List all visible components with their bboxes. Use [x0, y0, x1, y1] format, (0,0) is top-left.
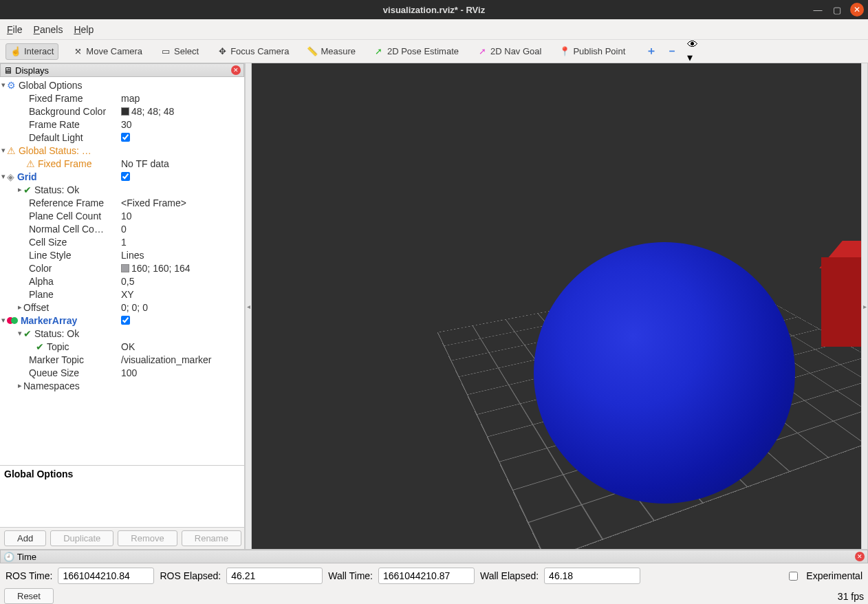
tree-global-options[interactable]: Global Options — [19, 80, 83, 91]
focus-icon: ✥ — [217, 46, 228, 57]
bg-color-swatch[interactable] — [121, 107, 129, 116]
tree-bg-color-value[interactable]: 48; 48; 48 — [131, 106, 174, 117]
maximize-icon[interactable]: ▢ — [831, 3, 843, 16]
tree-default-light[interactable]: Default Light — [29, 132, 83, 143]
tree-ma-queue[interactable]: Queue Size — [29, 367, 79, 378]
displays-tree[interactable]: ▾⚙ Global Options Fixed Framemap Backgro… — [0, 77, 244, 465]
tool-select[interactable]: ▭Select — [156, 44, 203, 59]
tree-status-fixed-frame-value: No TF data — [118, 158, 169, 169]
time-title: Time — [17, 552, 36, 562]
check-icon: ✔ — [23, 184, 32, 195]
tree-global-status[interactable]: Global Status: … — [19, 145, 91, 156]
tool-move-camera[interactable]: ⤧Move Camera — [68, 44, 147, 59]
tree-grid[interactable]: Grid — [17, 171, 37, 182]
warn-icon: ⚠ — [7, 145, 16, 156]
check-icon: ✔ — [23, 328, 32, 339]
tool-focus-camera[interactable]: ✥Focus Camera — [213, 44, 293, 59]
time-header[interactable]: 🕘 Time✕ — [0, 550, 868, 563]
close-icon[interactable]: ✕ — [850, 3, 864, 17]
tree-status-fixed-frame[interactable]: Fixed Frame — [38, 158, 92, 169]
3d-viewport[interactable] — [252, 63, 861, 549]
tree-grid-offset[interactable]: Offset — [23, 302, 49, 313]
rename-button[interactable]: Rename — [182, 530, 241, 546]
tree-grid-refframe-value[interactable]: <Fixed Frame> — [118, 197, 186, 208]
tree-grid-cellsize-value[interactable]: 1 — [118, 237, 127, 248]
pin-icon: 📍 — [559, 46, 570, 57]
tree-grid-plane-value[interactable]: XY — [118, 289, 134, 300]
ros-time-input[interactable] — [58, 568, 154, 584]
grid-color-swatch[interactable] — [121, 264, 129, 272]
collapse-left-icon[interactable]: ◂ — [245, 63, 252, 549]
tree-grid-planecells[interactable]: Plane Cell Count — [29, 211, 101, 222]
duplicate-button[interactable]: Duplicate — [50, 530, 113, 546]
menu-panels[interactable]: Panels — [34, 24, 63, 35]
default-light-checkbox[interactable] — [121, 133, 130, 142]
warn-icon: ⚠ — [26, 158, 35, 169]
minimize-icon[interactable]: — — [812, 3, 824, 16]
tree-grid-offset-value[interactable]: 0; 0; 0 — [118, 302, 148, 313]
tree-ma-markertopic[interactable]: Marker Topic — [29, 354, 84, 365]
tree-grid-alpha[interactable]: Alpha — [29, 276, 54, 287]
gear-icon: ⚙ — [7, 80, 16, 91]
tree-bg-color[interactable]: Background Color — [29, 106, 106, 117]
description-area: Global Options — [0, 465, 244, 527]
titlebar: visualization.rviz* - RViz — ▢ ✕ — [0, 0, 868, 19]
grid-checkbox[interactable] — [121, 172, 130, 181]
markerarray-checkbox[interactable] — [121, 316, 130, 325]
tree-grid-status[interactable]: Status: Ok — [34, 184, 79, 195]
experimental-label[interactable]: Experimental — [789, 570, 862, 581]
fps-label: 31 fps — [838, 591, 864, 602]
menu-help[interactable]: Help — [74, 24, 94, 35]
ruler-icon: 📏 — [307, 46, 318, 57]
menu-file[interactable]: File — [7, 24, 23, 35]
wall-elapsed-input[interactable] — [544, 568, 640, 584]
scene-cube — [821, 257, 861, 347]
wall-time-label: Wall Time: — [328, 570, 373, 581]
tree-frame-rate-value[interactable]: 30 — [118, 119, 132, 130]
plus-icon[interactable]: ＋ — [646, 46, 657, 57]
tool-measure[interactable]: 📏Measure — [303, 44, 360, 59]
eye-icon[interactable]: 👁 ▾ — [687, 46, 698, 57]
tree-grid-cellsize[interactable]: Cell Size — [29, 237, 67, 248]
tree-grid-color[interactable]: Color — [29, 263, 52, 274]
tree-ma-queue-value[interactable]: 100 — [118, 367, 137, 378]
reset-button[interactable]: Reset — [4, 588, 54, 604]
arrow-green-icon: ➚ — [373, 46, 384, 57]
tree-ma-status[interactable]: Status: Ok — [34, 328, 79, 339]
tool-publish-point[interactable]: 📍Publish Point — [555, 44, 629, 59]
experimental-checkbox[interactable] — [789, 572, 798, 581]
window-title: visualization.rviz* - RViz — [383, 5, 485, 15]
tree-ma-markertopic-value[interactable]: /visualization_marker — [118, 354, 212, 365]
tree-grid-plane[interactable]: Plane — [29, 289, 54, 300]
tree-grid-refframe[interactable]: Reference Frame — [29, 197, 104, 208]
time-close-icon[interactable]: ✕ — [855, 552, 865, 561]
ros-elapsed-input[interactable] — [226, 568, 323, 584]
tree-grid-normcells-value[interactable]: 0 — [118, 224, 127, 235]
tree-fixed-frame[interactable]: Fixed Frame — [29, 93, 83, 104]
tree-grid-normcells[interactable]: Normal Cell Co… — [29, 224, 104, 235]
tree-frame-rate[interactable]: Frame Rate — [29, 119, 80, 130]
add-button[interactable]: Add — [4, 530, 46, 546]
collapse-right-icon[interactable]: ▸ — [861, 63, 868, 549]
tree-grid-planecells-value[interactable]: 10 — [118, 211, 132, 222]
tool-2d-pose[interactable]: ➚2D Pose Estimate — [369, 44, 463, 59]
tree-fixed-frame-value[interactable]: map — [118, 93, 140, 104]
remove-button[interactable]: Remove — [118, 530, 177, 546]
tree-grid-linestyle[interactable]: Line Style — [29, 250, 71, 261]
displays-panel: 🖥 Displays ✕ ▾⚙ Global Options Fixed Fra… — [0, 63, 245, 549]
tree-grid-alpha-value[interactable]: 0,5 — [118, 276, 134, 287]
tree-grid-color-value[interactable]: 160; 160; 164 — [131, 263, 191, 274]
tool-2d-nav[interactable]: ➚2D Nav Goal — [473, 44, 545, 59]
tree-ma-namespaces[interactable]: Namespaces — [23, 380, 80, 391]
tool-interact[interactable]: ☝Interact — [6, 43, 58, 60]
check-icon: ✔ — [36, 341, 44, 352]
tree-grid-linestyle-value[interactable]: Lines — [118, 250, 144, 261]
minus-icon[interactable]: － — [666, 46, 677, 57]
tree-markerarray[interactable]: MarkerArray — [21, 315, 78, 326]
displays-header[interactable]: 🖥 Displays ✕ — [0, 63, 244, 77]
tree-ma-topic[interactable]: Topic — [47, 341, 69, 352]
panel-close-icon[interactable]: ✕ — [231, 65, 241, 75]
grid-icon: ◈ — [7, 171, 14, 182]
move-camera-icon: ⤧ — [72, 46, 83, 57]
wall-time-input[interactable] — [378, 568, 475, 584]
